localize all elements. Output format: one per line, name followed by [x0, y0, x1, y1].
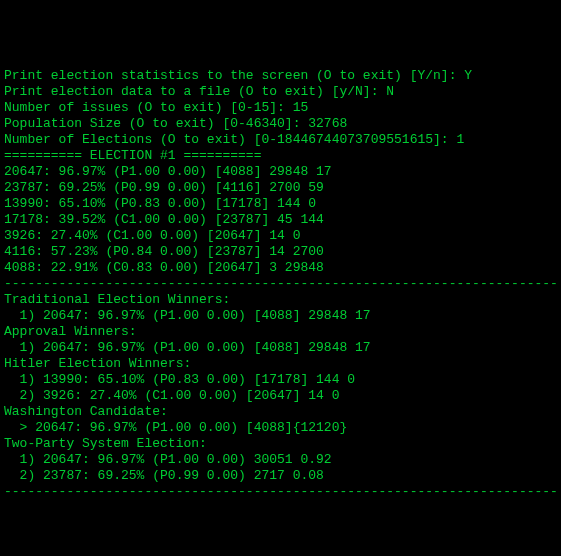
terminal-line: 2) 23787: 69.25% (P0.99 0.00) 2717 0.08	[4, 468, 557, 484]
terminal-line: 1) 20647: 96.97% (P1.00 0.00) [4088] 298…	[4, 308, 557, 324]
terminal-line: ========== ELECTION #1 ==========	[4, 148, 557, 164]
terminal-line: Approval Winners:	[4, 324, 557, 340]
terminal-line: ----------------------------------------…	[4, 484, 557, 500]
terminal-line: Number of Elections (O to exit) [0-18446…	[4, 132, 557, 148]
terminal-line: Two-Party System Election:	[4, 436, 557, 452]
terminal-line: 2) 3926: 27.40% (C1.00 0.00) [20647] 14 …	[4, 388, 557, 404]
terminal-line: 3926: 27.40% (C1.00 0.00) [20647] 14 0	[4, 228, 557, 244]
terminal-line: 4116: 57.23% (P0.84 0.00) [23787] 14 270…	[4, 244, 557, 260]
terminal-line: 1) 13990: 65.10% (P0.83 0.00) [17178] 14…	[4, 372, 557, 388]
terminal-line: Print election data to a file (O to exit…	[4, 84, 557, 100]
terminal-line: 4088: 22.91% (C0.83 0.00) [20647] 3 2984…	[4, 260, 557, 276]
terminal-line: ----------------------------------------…	[4, 276, 557, 292]
terminal-line: Traditional Election Winners:	[4, 292, 557, 308]
terminal-line: > 20647: 96.97% (P1.00 0.00) [4088]{1212…	[4, 420, 557, 436]
terminal-line: Population Size (O to exit) [0-46340]: 3…	[4, 116, 557, 132]
terminal-line: 17178: 39.52% (C1.00 0.00) [23787] 45 14…	[4, 212, 557, 228]
terminal-line: Number of issues (O to exit) [0-15]: 15	[4, 100, 557, 116]
terminal-line: Print election statistics to the screen …	[4, 68, 557, 84]
terminal-line: Hitler Election Winners:	[4, 356, 557, 372]
terminal-output: Print election statistics to the screen …	[4, 68, 557, 500]
terminal-line: 13990: 65.10% (P0.83 0.00) [17178] 144 0	[4, 196, 557, 212]
terminal-line: 20647: 96.97% (P1.00 0.00) [4088] 29848 …	[4, 164, 557, 180]
terminal-line: 23787: 69.25% (P0.99 0.00) [4116] 2700 5…	[4, 180, 557, 196]
terminal-line: 1) 20647: 96.97% (P1.00 0.00) [4088] 298…	[4, 340, 557, 356]
terminal-line: 1) 20647: 96.97% (P1.00 0.00) 30051 0.92	[4, 452, 557, 468]
terminal-line: Washington Candidate:	[4, 404, 557, 420]
